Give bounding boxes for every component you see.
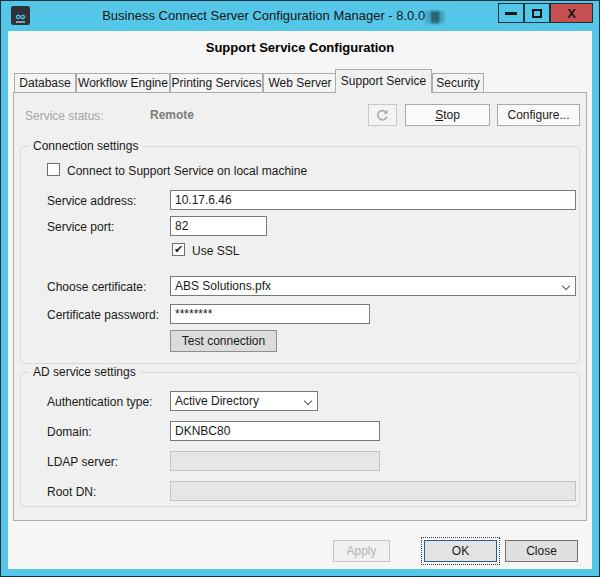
- root-dn-input: [170, 481, 576, 501]
- domain-label: Domain:: [47, 425, 92, 439]
- apply-button: Apply: [333, 540, 390, 562]
- service-port-label: Service port:: [47, 220, 114, 234]
- connect-local-label: Connect to Support Service on local mach…: [67, 164, 307, 178]
- use-ssl-checkbox[interactable]: ✔: [172, 243, 185, 256]
- maximize-button[interactable]: [524, 3, 550, 23]
- refresh-button[interactable]: [368, 104, 397, 126]
- tab-database[interactable]: Database: [14, 73, 76, 93]
- choose-certificate-label: Choose certificate:: [47, 280, 146, 294]
- service-address-input[interactable]: [170, 190, 576, 210]
- title-bar: ∞ Business Connect Server Configuration …: [1, 1, 599, 31]
- authentication-type-dropdown[interactable]: Active Directory: [170, 391, 318, 411]
- minimize-icon: [505, 12, 517, 15]
- certificate-password-input[interactable]: [170, 304, 370, 324]
- tab-support-service[interactable]: Support Service: [335, 69, 432, 93]
- ldap-server-label: LDAP server:: [47, 455, 118, 469]
- page-title: Support Service Configuration: [0, 40, 600, 55]
- domain-input[interactable]: [170, 421, 380, 441]
- connect-local-checkbox[interactable]: [47, 163, 60, 176]
- authentication-type-label: Authentication type:: [47, 395, 152, 409]
- certificate-selected-value: ABS Solutions.pfx: [175, 279, 271, 293]
- maximize-icon: [532, 9, 542, 18]
- authentication-type-value: Active Directory: [175, 394, 259, 408]
- close-button[interactable]: Close: [505, 540, 578, 562]
- chevron-down-icon: [304, 397, 312, 405]
- certificate-dropdown[interactable]: ABS Solutions.pfx: [170, 276, 576, 296]
- tab-security[interactable]: Security: [432, 73, 484, 93]
- minimize-button[interactable]: [498, 3, 524, 23]
- ok-button[interactable]: OK: [424, 540, 497, 562]
- service-status-label: Service status:: [25, 109, 104, 123]
- connection-settings-group: Connection settings: [20, 146, 580, 364]
- test-connection-button[interactable]: Test connection: [170, 330, 277, 352]
- root-dn-label: Root DN:: [47, 485, 96, 499]
- service-port-input[interactable]: [170, 216, 267, 236]
- service-status-value: Remote: [150, 108, 194, 122]
- refresh-icon: [375, 108, 390, 123]
- window-title: Business Connect Server Configuration Ma…: [61, 1, 484, 31]
- certificate-password-label: Certificate password:: [47, 308, 159, 322]
- tab-web-server[interactable]: Web Server: [263, 73, 337, 93]
- close-window-button[interactable]: X: [550, 3, 593, 23]
- close-icon: X: [567, 6, 576, 21]
- use-ssl-label: Use SSL: [192, 244, 239, 258]
- redacted-version: ▒▓▒: [425, 10, 443, 22]
- service-address-label: Service address:: [47, 194, 136, 208]
- checkmark-icon: ✔: [174, 244, 183, 255]
- chevron-down-icon: [562, 282, 570, 290]
- configuration-manager-window: ∞ Business Connect Server Configuration …: [0, 0, 600, 577]
- connection-settings-legend: Connection settings: [29, 139, 142, 153]
- stop-button[interactable]: Stop: [405, 104, 490, 126]
- ldap-server-input: [170, 451, 380, 471]
- tab-workflow-engine[interactable]: Workflow Engine: [76, 73, 170, 93]
- configure-button[interactable]: Configure...: [497, 104, 580, 126]
- ad-service-settings-legend: AD service settings: [29, 365, 140, 379]
- tab-printing-services[interactable]: Printing Services: [170, 73, 263, 93]
- app-icon: ∞: [11, 6, 30, 25]
